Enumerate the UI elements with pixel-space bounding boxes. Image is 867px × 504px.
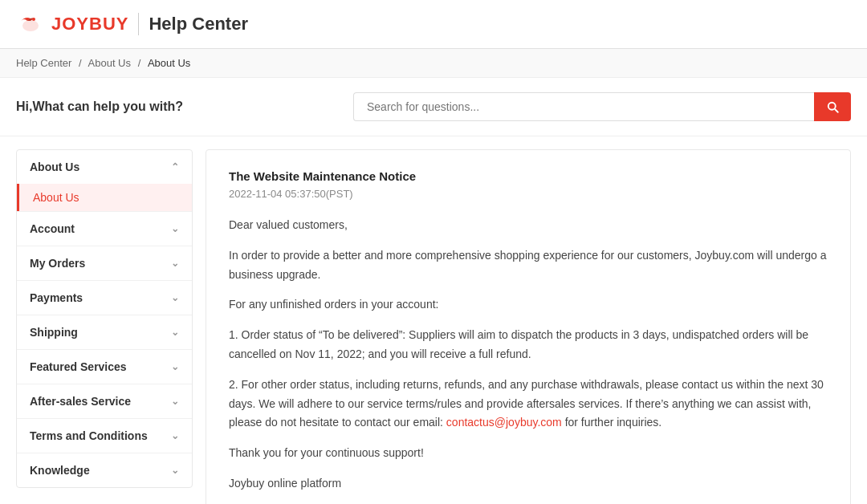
breadcrumb-home[interactable]: Help Center xyxy=(16,57,71,69)
sidebar-header-account[interactable]: Account ⌄ xyxy=(17,212,192,246)
sidebar-section-knowledge: Knowledge ⌄ xyxy=(17,453,192,487)
sidebar-item-about-us-child[interactable]: About Us xyxy=(17,184,192,211)
logo-area: JOYBUY xyxy=(16,10,128,39)
svg-point-0 xyxy=(22,20,39,31)
article-content: The Website Maintenance Notice 2022-11-0… xyxy=(206,149,851,504)
chevron-down-icon: ⌄ xyxy=(171,396,179,407)
breadcrumb-about[interactable]: About Us xyxy=(88,57,131,69)
search-button[interactable] xyxy=(814,92,851,121)
article-title: The Website Maintenance Notice xyxy=(229,169,828,183)
sidebar-section-my-orders: My Orders ⌄ xyxy=(17,246,192,281)
svg-point-1 xyxy=(32,18,35,21)
para-platform: Joybuy online platform xyxy=(229,474,828,494)
para-intro: In order to provide a better and more co… xyxy=(229,246,828,285)
breadcrumb: Help Center / About Us / About Us xyxy=(0,49,867,78)
sidebar-header-knowledge[interactable]: Knowledge ⌄ xyxy=(17,453,192,487)
sidebar-header-aftersales[interactable]: After-sales Service ⌄ xyxy=(17,384,192,418)
para-thanks: Thank you for your continuous support! xyxy=(229,444,828,463)
breadcrumb-current: About Us xyxy=(148,57,190,69)
sidebar-header-payments[interactable]: Payments ⌄ xyxy=(17,281,192,315)
sidebar-header-shipping[interactable]: Shipping ⌄ xyxy=(17,315,192,349)
sidebar-header-my-orders[interactable]: My Orders ⌄ xyxy=(17,246,192,280)
article-body: Dear valued customers, In order to provi… xyxy=(229,216,828,504)
article-date: 2022-11-04 05:37:50(PST) xyxy=(229,188,828,200)
contact-email-link[interactable]: contactus@joybuy.com xyxy=(446,416,562,429)
sidebar-header-terms[interactable]: Terms and Conditions ⌄ xyxy=(17,419,192,453)
para-unfinished: For any unfinished orders in your accoun… xyxy=(229,295,828,315)
logo-brand: JOYBUY xyxy=(51,14,128,35)
para-greeting: Dear valued customers, xyxy=(229,216,828,235)
search-input-wrap xyxy=(353,92,851,121)
para-point2: 2. For other order status, including ret… xyxy=(229,376,828,433)
chevron-down-icon: ⌄ xyxy=(171,292,179,303)
sidebar-section-aftersales: After-sales Service ⌄ xyxy=(17,384,192,419)
chevron-down-icon: ⌄ xyxy=(171,327,179,338)
sidebar-header-about-us[interactable]: About Us ⌃ xyxy=(17,150,192,184)
sidebar-section-payments: Payments ⌄ xyxy=(17,281,192,315)
sidebar-section-account: Account ⌄ xyxy=(17,212,192,246)
chevron-down-icon: ⌄ xyxy=(171,430,179,441)
chevron-down-icon: ⌄ xyxy=(171,258,179,269)
header-title: Help Center xyxy=(149,14,247,35)
search-bar-area: Hi,What can help you with? xyxy=(0,78,867,136)
chevron-down-icon: ⌄ xyxy=(171,361,179,372)
sidebar-section-shipping: Shipping ⌄ xyxy=(17,315,192,350)
sidebar-section-about-us: About Us ⌃ About Us xyxy=(17,150,192,212)
para-point1: 1. Order status of “To be delivered”: Su… xyxy=(229,326,828,364)
search-input[interactable] xyxy=(353,92,814,121)
header-divider xyxy=(138,13,139,35)
sidebar: About Us ⌃ About Us Account ⌄ My Orders … xyxy=(16,149,193,488)
search-prompt: Hi,What can help you with? xyxy=(16,100,289,114)
sidebar-section-terms: Terms and Conditions ⌄ xyxy=(17,419,192,453)
chevron-down-icon: ⌄ xyxy=(171,465,179,476)
logo-icon xyxy=(16,10,45,39)
chevron-up-icon: ⌃ xyxy=(171,161,179,173)
sidebar-header-featured-services[interactable]: Featured Services ⌄ xyxy=(17,350,192,384)
header: JOYBUY Help Center xyxy=(0,0,867,49)
chevron-down-icon: ⌄ xyxy=(171,223,179,234)
search-icon xyxy=(825,100,840,114)
main-layout: About Us ⌃ About Us Account ⌄ My Orders … xyxy=(0,136,867,504)
sidebar-section-featured-services: Featured Services ⌄ xyxy=(17,350,192,384)
